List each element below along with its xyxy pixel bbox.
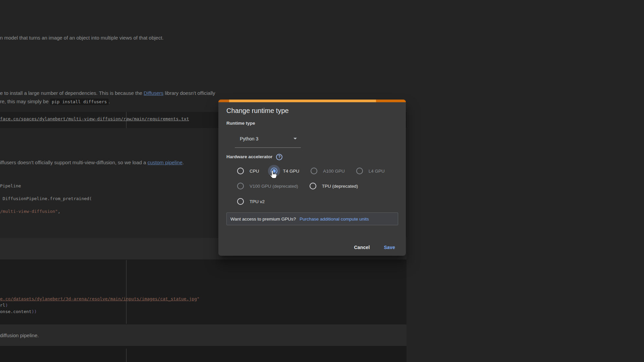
- runtime-type-select[interactable]: Python 3: [235, 130, 301, 148]
- help-icon[interactable]: [276, 154, 282, 160]
- radio-option-cpu[interactable]: CPU: [237, 168, 259, 174]
- premium-gpu-banner: Want access to premium GPUs? Purchase ad…: [226, 213, 398, 225]
- radio-option-label: T4 GPU: [283, 169, 300, 174]
- radio-option-label: TPU (deprecated): [322, 184, 358, 189]
- radio-row-1: V100 GPU (deprecated)TPU (deprecated): [218, 180, 406, 192]
- hardware-accelerator-label: Hardware accelerator: [226, 154, 272, 160]
- dialog-actions: Cancel Save: [348, 241, 400, 254]
- radio-option-label: A100 GPU: [323, 169, 345, 174]
- save-button[interactable]: Save: [379, 242, 401, 253]
- radio-icon: [356, 168, 363, 174]
- change-runtime-dialog: Change runtime type Runtime type Python …: [218, 100, 406, 256]
- radio-row-0: CPUT4 GPUA100 GPUL4 GPU: [218, 165, 406, 177]
- radio-option-label: TPU v2: [250, 199, 265, 204]
- radio-icon: [311, 168, 317, 174]
- colab-notebook-page: { "background": { "intro_line": "n model…: [0, 0, 644, 362]
- dialog-accent-bar: [218, 100, 406, 102]
- radio-option-a100-gpu[interactable]: A100 GPU: [311, 168, 345, 174]
- hardware-accelerator-row: Hardware accelerator: [226, 153, 282, 161]
- radio-icon: [237, 183, 244, 189]
- runtime-type-label: Runtime type: [226, 121, 255, 126]
- chevron-down-icon: [293, 138, 297, 139]
- radio-option-v100-gpu-deprecated[interactable]: V100 GPU (deprecated): [237, 183, 298, 189]
- radio-option-label: CPU: [250, 169, 259, 174]
- radio-option-label: V100 GPU (deprecated): [250, 184, 298, 189]
- runtime-type-value: Python 3: [240, 136, 293, 141]
- radio-option-l4-gpu[interactable]: L4 GPU: [356, 168, 385, 174]
- dialog-title: Change runtime type: [226, 107, 289, 115]
- radio-option-label: L4 GPU: [369, 169, 385, 174]
- cancel-button[interactable]: Cancel: [348, 242, 375, 253]
- radio-option-t4-gpu[interactable]: T4 GPU: [271, 168, 300, 174]
- premium-gpu-banner-text: Want access to premium GPUs?: [230, 217, 296, 222]
- radio-icon: [310, 183, 316, 189]
- radio-icon: [237, 168, 244, 174]
- radio-icon: [237, 198, 244, 205]
- purchase-compute-units-link[interactable]: Purchase additional compute units: [300, 217, 369, 222]
- radio-option-tpu-deprecated[interactable]: TPU (deprecated): [310, 183, 358, 189]
- radio-row-2: TPU v2: [218, 195, 406, 207]
- radio-selected-icon: [271, 168, 277, 174]
- radio-option-tpu-v2[interactable]: TPU v2: [237, 198, 265, 205]
